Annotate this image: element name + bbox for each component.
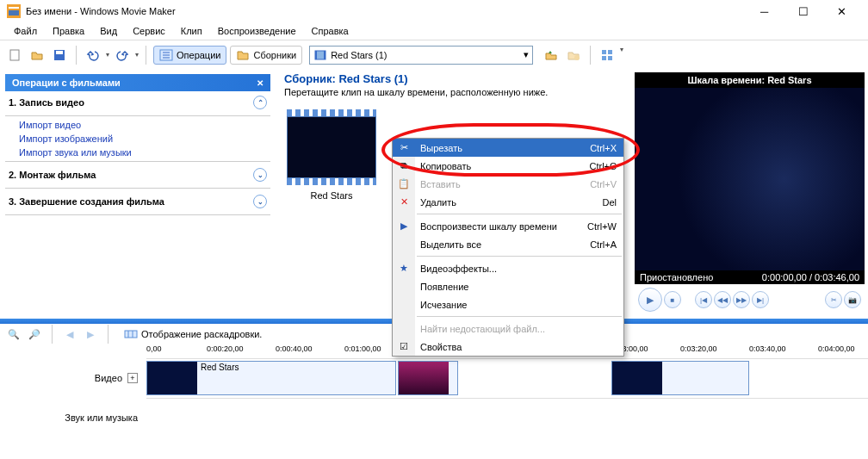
storyboard-toggle[interactable]: Отображение раскадровки.: [124, 327, 262, 341]
redo-button[interactable]: [113, 46, 132, 65]
maximize-button[interactable]: ☐: [784, 0, 822, 22]
context-menu: ✂ Вырезать Ctrl+X ⧉ Копировать Ctrl+C 📋 …: [392, 138, 624, 357]
cm-paste: 📋 Вставить Ctrl+V: [393, 175, 623, 193]
menu-play[interactable]: Воспроизведение: [211, 24, 303, 38]
undo-dd[interactable]: ▾: [106, 51, 109, 59]
cm-cut[interactable]: ✂ Вырезать Ctrl+X: [393, 139, 623, 157]
rewind-button[interactable]: ◀◀: [714, 291, 731, 308]
collections-label: Сборники: [253, 50, 296, 60]
redo-dd[interactable]: ▾: [135, 51, 139, 59]
svg-rect-5: [56, 51, 63, 54]
window-title: Без имени - Windows Movie Maker: [26, 6, 176, 16]
collection-subtitle: Перетащите клип на шкалу времени, распол…: [284, 87, 623, 97]
svg-rect-1: [9, 7, 19, 9]
cm-delete[interactable]: ✕ Удалить Del: [393, 193, 623, 211]
chevron-down-icon: ⌄: [253, 96, 267, 109]
cm-play-timeline[interactable]: ▶ Воспроизвести шкалу времени Ctrl+W: [393, 217, 623, 235]
tl-rewind-icon[interactable]: ◀: [63, 327, 77, 341]
ruler-tick: 0:00:40,00: [276, 344, 313, 353]
sidebar-close-icon[interactable]: ✕: [257, 78, 264, 88]
tl-play-icon[interactable]: ▶: [84, 327, 97, 341]
svg-rect-12: [324, 51, 326, 59]
svg-rect-18: [125, 331, 137, 338]
step-3-label: 3. Завершение создания фильма: [9, 196, 164, 207]
sidebar-header: Операции с фильмами ✕: [5, 74, 270, 91]
collection-select[interactable]: Red Stars (1) ▾: [309, 46, 533, 65]
clip-thumb[interactable]: Red Stars: [284, 109, 379, 201]
menu-file[interactable]: Файл: [7, 24, 44, 38]
sidebar: Операции с фильмами ✕ 1. Запись видео ⌄ …: [0, 69, 276, 319]
next-button[interactable]: ▶|: [752, 291, 769, 308]
undo-button[interactable]: [84, 46, 102, 65]
cm-copy[interactable]: ⧉ Копировать Ctrl+C: [393, 157, 623, 175]
operations-button[interactable]: Операции: [153, 46, 226, 65]
chevron-down-icon: ⌄: [253, 168, 267, 182]
cm-fade-in[interactable]: Появление: [393, 277, 623, 295]
up-folder-button[interactable]: [542, 46, 561, 65]
new-folder-button[interactable]: [564, 46, 583, 65]
step-2[interactable]: 2. Монтаж фильма ⌄: [5, 164, 270, 186]
timeline-clip-2[interactable]: [398, 361, 458, 395]
view-mode-button[interactable]: [598, 46, 617, 65]
cm-select-all[interactable]: Выделить все Ctrl+A: [393, 235, 623, 253]
minimize-button[interactable]: ─: [745, 0, 784, 22]
svg-rect-15: [608, 50, 612, 54]
menu-service[interactable]: Сервис: [126, 24, 172, 38]
cm-video-effects[interactable]: ★ Видеоэффекты...: [393, 259, 623, 277]
svg-rect-14: [602, 50, 606, 54]
folder-icon: [236, 48, 250, 62]
svg-rect-3: [10, 50, 19, 60]
link-import-images[interactable]: Импорт изображений: [5, 132, 270, 146]
stop-button[interactable]: ■: [664, 291, 681, 308]
zoom-in-icon[interactable]: 🔍: [7, 327, 21, 341]
new-button[interactable]: [5, 46, 24, 65]
audio-track[interactable]: [146, 398, 868, 437]
cm-properties[interactable]: ☑ Свойства: [393, 338, 623, 356]
timeline-clip-3[interactable]: [611, 361, 749, 395]
video-track-label: Видео +: [0, 358, 146, 398]
svg-rect-2: [9, 10, 19, 16]
ruler-tick: 0:03:40,00: [749, 344, 786, 353]
star-icon: ★: [397, 262, 411, 276]
open-button[interactable]: [28, 46, 46, 65]
svg-rect-16: [602, 56, 606, 60]
zoom-out-icon[interactable]: 🔎: [28, 327, 41, 341]
audio-track-label: Звук или музыка: [0, 398, 146, 437]
step-1-label: 1. Запись видео: [9, 97, 84, 108]
cm-fade-out[interactable]: Исчезание: [393, 295, 623, 313]
chevron-down-icon: ⌄: [253, 195, 267, 208]
cm-find-missing: Найти недостающий файл...: [393, 319, 623, 338]
ruler-tick: 0:00:20,00: [207, 344, 244, 353]
operations-label: Операции: [177, 50, 220, 60]
save-button[interactable]: [50, 46, 69, 65]
sidebar-title: Операции с фильмами: [12, 78, 121, 88]
link-import-video[interactable]: Импорт видео: [5, 118, 270, 132]
app-icon: [7, 4, 21, 18]
step-1[interactable]: 1. Запись видео ⌄: [5, 91, 270, 114]
preview-status: Приостановлено: [640, 272, 713, 282]
close-button[interactable]: ✕: [822, 0, 861, 22]
snapshot-button[interactable]: 📷: [844, 291, 861, 308]
menu-help[interactable]: Справка: [305, 24, 356, 38]
split-button[interactable]: ✂: [825, 291, 842, 308]
ruler-tick: 0,00: [146, 344, 162, 353]
list-icon: [159, 48, 173, 62]
prev-button[interactable]: |◀: [695, 291, 712, 308]
cut-icon: ✂: [397, 141, 411, 155]
preview-timecode: 0:00:00,00 / 0:03:46,00: [762, 272, 859, 282]
menu-edit[interactable]: Правка: [46, 24, 91, 38]
collections-button[interactable]: Сборники: [230, 46, 302, 65]
play-button[interactable]: ▶: [638, 288, 662, 312]
timeline-clip-1[interactable]: Red Stars: [146, 361, 396, 395]
step-3[interactable]: 3. Завершение создания фильма ⌄: [5, 190, 270, 213]
link-import-audio[interactable]: Импорт звука или музыки: [5, 146, 270, 159]
view-mode-dd[interactable]: ▾: [620, 46, 623, 65]
forward-button[interactable]: ▶▶: [733, 291, 750, 308]
video-track[interactable]: Red Stars: [146, 358, 868, 398]
expand-video-icon[interactable]: +: [127, 373, 138, 383]
menu-clip[interactable]: Клип: [174, 24, 209, 38]
collection-dd-icon: ▾: [524, 49, 529, 60]
ruler-tick: 0:01:00,00: [344, 344, 381, 353]
menu-view[interactable]: Вид: [93, 24, 124, 38]
svg-rect-17: [608, 56, 612, 60]
